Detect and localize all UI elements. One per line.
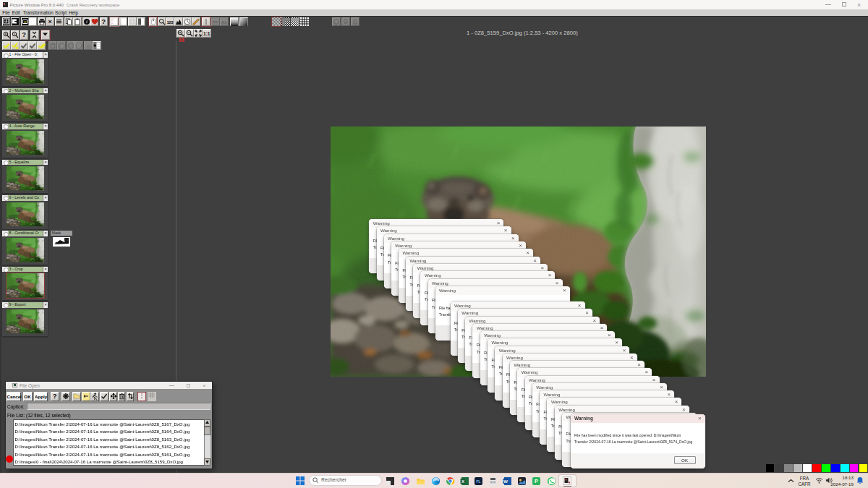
svg-text:i: i <box>86 19 88 24</box>
svg-text:X: X <box>461 479 464 483</box>
svg-text:W: W <box>503 479 508 483</box>
svg-text:P: P <box>535 478 538 484</box>
svg-text:FL: FL <box>476 479 480 483</box>
svg-text:12: 12 <box>23 20 26 23</box>
